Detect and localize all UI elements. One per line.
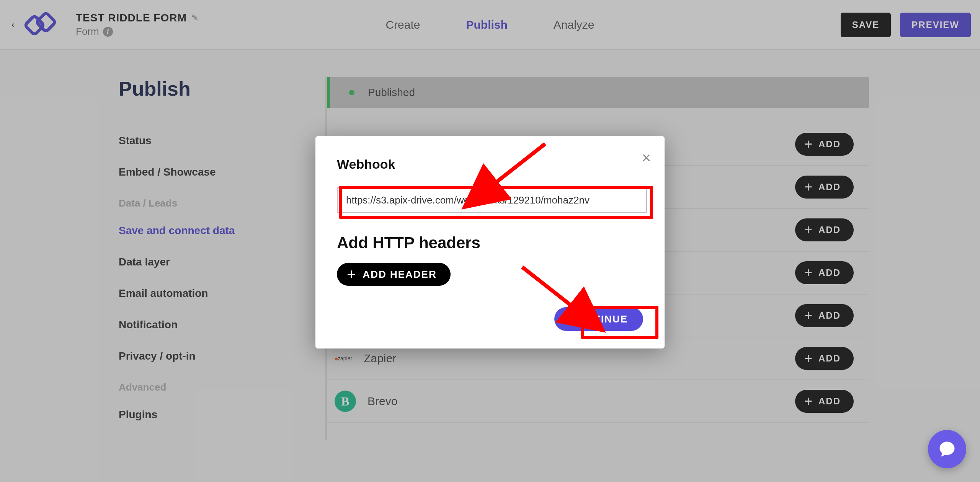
headers-section-title: Add HTTP headers	[337, 234, 643, 252]
continue-button[interactable]: CONTINUE	[554, 307, 643, 331]
chat-launcher-button[interactable]	[928, 430, 966, 468]
close-icon[interactable]: ×	[642, 150, 651, 165]
chat-icon	[937, 439, 957, 459]
webhook-url-input[interactable]	[337, 187, 647, 213]
add-header-label: ADD HEADER	[363, 269, 436, 280]
add-header-button[interactable]: + ADD HEADER	[337, 263, 451, 286]
webhook-modal: Webhook × Add HTTP headers + ADD HEADER …	[315, 136, 665, 348]
modal-title: Webhook	[337, 157, 643, 172]
